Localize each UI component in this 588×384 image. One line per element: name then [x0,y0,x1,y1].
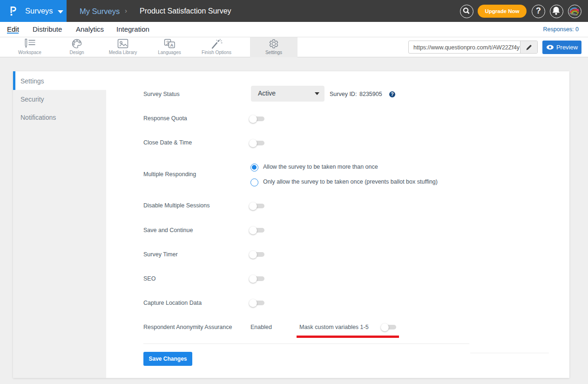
svg-text:A: A [170,42,174,48]
